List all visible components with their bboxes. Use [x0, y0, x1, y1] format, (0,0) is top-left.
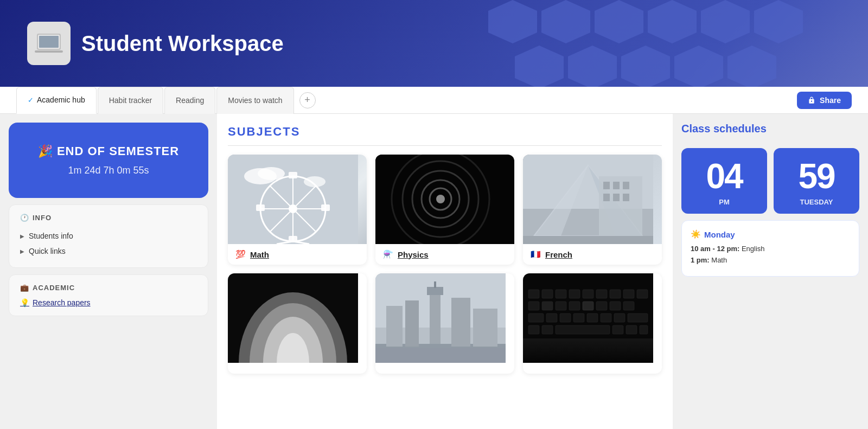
schedule-entry-1: 10 am - 12 pm: English	[691, 245, 850, 253]
svg-rect-38	[623, 194, 629, 201]
clock-day: TUESDAY	[779, 198, 854, 206]
subject-card-math[interactable]: 💯 Math	[228, 155, 367, 265]
subject-card-6[interactable]	[523, 273, 662, 374]
tab-reading[interactable]: Reading	[164, 87, 215, 114]
tab-movies[interactable]: Movies to watch	[216, 87, 293, 114]
subjects-grid: 💯 Math ⚗	[228, 155, 662, 374]
hex-shape	[648, 0, 697, 43]
svg-rect-3	[35, 50, 63, 53]
svg-rect-72	[610, 302, 621, 310]
hex-shape	[621, 46, 670, 87]
svg-rect-74	[528, 313, 544, 322]
research-emoji: 💡	[20, 298, 29, 307]
right-panel: Class schedules 04 PM 59 TUESDAY ☀️ Mond…	[673, 114, 868, 429]
svg-rect-61	[583, 290, 593, 298]
tab-academic-hub[interactable]: ✓ Academic hub	[16, 87, 97, 114]
tab-habit-tracker[interactable]: Habit tracker	[98, 87, 163, 114]
svg-rect-49	[434, 281, 436, 288]
add-tab-button[interactable]: +	[299, 92, 316, 108]
hex-shape	[541, 0, 590, 43]
concentric-circles-svg	[375, 155, 506, 244]
svg-rect-63	[610, 290, 621, 298]
svg-rect-33	[603, 182, 610, 189]
svg-rect-66	[528, 302, 539, 310]
svg-rect-88	[523, 338, 653, 363]
svg-rect-76	[560, 313, 571, 322]
hex-shape	[595, 0, 643, 43]
quick-links-item[interactable]: ▶ Quick links	[20, 244, 197, 259]
svg-rect-87	[640, 325, 648, 334]
svg-rect-37	[613, 194, 620, 201]
subject-label-5	[375, 363, 514, 374]
hex-shape	[674, 46, 723, 87]
math-label: 💯 Math	[228, 244, 367, 265]
students-info-item[interactable]: ▶ Students info	[20, 228, 197, 244]
schedule-title: Class schedules	[681, 123, 859, 135]
tab-check-icon: ✓	[28, 96, 34, 104]
svg-rect-82	[528, 325, 539, 334]
countdown-time: 1m 24d 7h 0m 55s	[20, 165, 197, 176]
schedule-day-monday: ☀️ Monday	[691, 229, 850, 239]
svg-rect-2	[39, 36, 59, 48]
keyboard-svg	[523, 273, 653, 363]
subject-image-6	[523, 273, 662, 363]
subject-card-4[interactable]	[228, 273, 367, 374]
svg-rect-52	[405, 300, 419, 347]
info-emoji: 🕐	[20, 214, 29, 222]
svg-rect-64	[623, 290, 634, 298]
ferris-wheel-svg	[228, 155, 358, 244]
hex-shape	[568, 46, 617, 87]
schedule-card: ☀️ Monday 10 am - 12 pm: English 1 pm: M…	[681, 220, 859, 277]
svg-rect-71	[596, 302, 607, 310]
svg-rect-68	[556, 302, 566, 310]
tab-label: Movies to watch	[228, 96, 282, 105]
sidebar: 🎉 END OF SEMESTER 1m 24d 7h 0m 55s 🕐 INF…	[0, 114, 217, 429]
svg-rect-69	[569, 302, 580, 310]
svg-rect-80	[614, 313, 625, 322]
schedule-entry-2: 1 pm: Math	[691, 256, 850, 264]
physics-label: ⚗️ Physics	[375, 244, 514, 265]
math-emoji: 💯	[235, 249, 246, 259]
share-button[interactable]: Share	[797, 92, 852, 109]
countdown-emoji: 🎉	[38, 144, 57, 158]
svg-point-21	[436, 195, 445, 203]
french-image	[523, 155, 662, 244]
clock-minutes: 59	[779, 159, 854, 194]
svg-rect-75	[546, 313, 557, 322]
arrow-icon: ▶	[20, 248, 24, 254]
svg-rect-16	[289, 172, 297, 178]
countdown-title: 🎉 END OF SEMESTER	[20, 144, 197, 158]
arrow-icon: ▶	[20, 233, 24, 239]
subject-card-5[interactable]	[375, 273, 514, 374]
svg-rect-59	[556, 290, 566, 298]
subjects-title: SUBJECTS	[228, 125, 662, 146]
subject-label-6	[523, 363, 662, 374]
arch-svg	[228, 273, 358, 363]
french-emoji: 🇫🇷	[531, 249, 541, 259]
svg-rect-54	[473, 309, 497, 347]
svg-rect-78	[587, 313, 598, 322]
clock-period: PM	[687, 198, 762, 206]
svg-rect-51	[386, 306, 403, 347]
svg-rect-70	[583, 302, 593, 310]
pyramid-svg	[523, 155, 653, 244]
svg-rect-58	[542, 290, 553, 298]
info-section-title: 🕐 INFO	[20, 214, 197, 222]
main-content: 🎉 END OF SEMESTER 1m 24d 7h 0m 55s 🕐 INF…	[0, 114, 868, 429]
svg-rect-83	[542, 325, 553, 334]
physics-image	[375, 155, 514, 244]
info-card: 🕐 INFO ▶ Students info ▶ Quick links	[9, 204, 208, 268]
research-papers-link[interactable]: 💡 Research papers	[20, 298, 197, 307]
svg-rect-67	[542, 302, 553, 310]
svg-rect-48	[427, 287, 443, 295]
subject-card-french[interactable]: 🇫🇷 French	[523, 155, 662, 265]
subject-card-physics[interactable]: ⚗️ Physics	[375, 155, 514, 265]
svg-rect-35	[623, 182, 629, 189]
svg-rect-17	[289, 236, 297, 242]
svg-rect-19	[321, 204, 330, 211]
subject-label-4	[228, 363, 367, 374]
svg-rect-60	[569, 290, 580, 298]
svg-rect-36	[603, 194, 610, 201]
tab-label: Habit tracker	[109, 96, 152, 105]
svg-rect-57	[528, 290, 539, 298]
